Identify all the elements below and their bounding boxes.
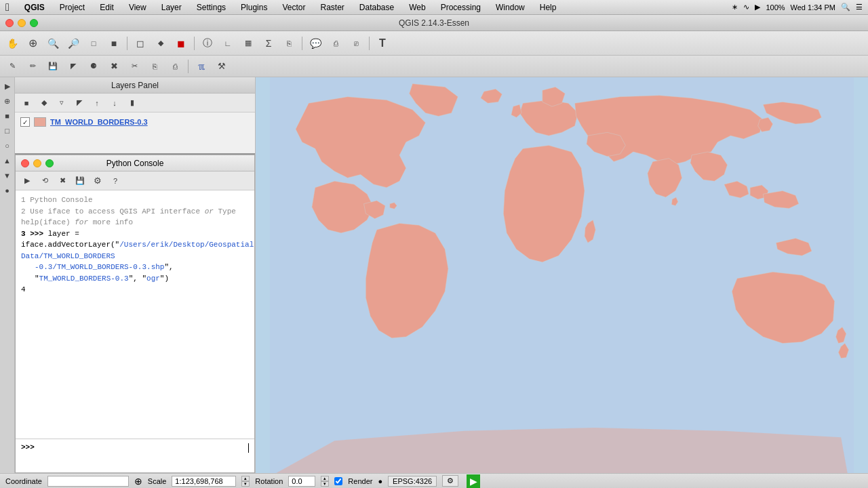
zoom-selection-button[interactable]: ■: [104, 34, 123, 53]
move-feature-button[interactable]: ◤: [64, 57, 83, 76]
rotation-down-btn[interactable]: ▾: [321, 481, 329, 487]
cut-feature-button[interactable]: ✂: [125, 57, 144, 76]
menu-plugins[interactable]: Plugins: [238, 3, 270, 12]
apple-menu[interactable]: : [5, 1, 9, 14]
sidebar-icon-panel: ▶ ⊕ ■ □ ○ ▲ ▼ ●: [0, 77, 15, 473]
rotation-up-btn[interactable]: ▴: [321, 476, 329, 481]
render-label[interactable]: Render: [348, 477, 372, 485]
rotation-spinner[interactable]: ▴ ▾: [321, 476, 329, 487]
menubar-icon[interactable]: ☰: [856, 3, 863, 12]
layer-item[interactable]: ✓ TM_WORLD_BORDERS-0.3: [15, 115, 255, 129]
menu-web[interactable]: Web: [406, 3, 428, 12]
sidebar-tool-4[interactable]: □: [1, 125, 14, 137]
node-tool-button[interactable]: ⚈: [84, 57, 103, 76]
zoom-in-button[interactable]: ⊕: [23, 34, 42, 53]
attribute-table-button[interactable]: ▦: [239, 34, 258, 53]
python-save-btn[interactable]: 💾: [73, 174, 87, 188]
draw-tool-button[interactable]: ✎: [3, 57, 22, 76]
rotation-input[interactable]: [288, 476, 315, 487]
render-checkbox[interactable]: [334, 477, 342, 485]
epsg-settings-button[interactable]: ⚙: [442, 475, 458, 487]
deselect-button[interactable]: ◼: [172, 34, 191, 53]
python-input-area[interactable]: >>>: [16, 439, 254, 472]
print-button[interactable]: ⎙: [326, 34, 345, 53]
search-icon[interactable]: 🔍: [841, 3, 850, 12]
python-console: Python Console ▶ ⟲ ✖ 💾 ⚙ ? 1 Python Cons…: [15, 155, 255, 473]
menu-layer[interactable]: Layer: [159, 3, 184, 12]
scale-down-btn[interactable]: ▾: [241, 481, 250, 487]
minimize-button[interactable]: [18, 19, 26, 27]
edit-tool-button[interactable]: ✏: [23, 57, 42, 76]
scale-up-btn[interactable]: ▴: [241, 476, 250, 481]
menu-view[interactable]: View: [126, 3, 149, 12]
menu-window[interactable]: Window: [493, 3, 528, 12]
python-minimize-button[interactable]: [33, 159, 41, 167]
plugin-tool-button[interactable]: ⚒: [212, 57, 231, 76]
save-map-button[interactable]: ⎚: [347, 34, 366, 53]
python-close-btn2[interactable]: ✖: [55, 174, 70, 188]
python-maximize-button[interactable]: [45, 159, 54, 167]
sidebar-tool-2[interactable]: ⊕: [1, 95, 14, 107]
save-layer-button[interactable]: 💾: [43, 57, 62, 76]
python-run-btn[interactable]: ▶: [20, 174, 35, 188]
zoom-full-button[interactable]: □: [84, 34, 103, 53]
layer-name[interactable]: TM_WORLD_BORDERS-0.3: [50, 118, 148, 126]
menu-edit[interactable]: Edit: [97, 3, 117, 12]
coordinate-input[interactable]: [47, 476, 129, 487]
select-feature-button[interactable]: ◆: [151, 34, 170, 53]
zoom-in-button2[interactable]: 🔍: [43, 34, 62, 53]
filter-layer-btn[interactable]: ▿: [54, 96, 69, 110]
menu-project[interactable]: Project: [57, 3, 87, 12]
sidebar-tool-6[interactable]: ▲: [1, 155, 14, 167]
layer-checkbox[interactable]: ✓: [20, 117, 30, 127]
scale-spinner[interactable]: ▴ ▾: [241, 476, 250, 487]
toolbar2-separator: [188, 60, 189, 73]
render-action-button[interactable]: ▶: [467, 474, 480, 488]
zoom-out-button[interactable]: 🔎: [64, 34, 83, 53]
delete-feature-button[interactable]: ✖: [104, 57, 123, 76]
python-help-btn[interactable]: ?: [108, 174, 123, 188]
python-input-field[interactable]: [37, 443, 248, 451]
menu-vector[interactable]: Vector: [279, 3, 308, 12]
sidebar-tool-7[interactable]: ▼: [1, 169, 14, 182]
volume-icon: ▶: [755, 3, 760, 12]
sidebar-tool-8[interactable]: ●: [1, 184, 14, 197]
battery-status: 100%: [766, 3, 785, 12]
annotation-button[interactable]: 💬: [306, 34, 325, 53]
menu-raster[interactable]: Raster: [317, 3, 347, 12]
remove-layer-btn[interactable]: ▮: [125, 96, 140, 110]
menu-database[interactable]: Database: [357, 3, 397, 12]
python-clear-btn[interactable]: ⟲: [37, 174, 52, 188]
statistics-button[interactable]: Σ: [259, 34, 278, 53]
add-layer-btn[interactable]: ■: [19, 96, 34, 110]
sidebar-tool-3[interactable]: ■: [1, 110, 14, 122]
layers-panel-header: Layers Panel: [15, 77, 255, 94]
measure-button[interactable]: ∟: [218, 34, 237, 53]
epsg-button[interactable]: EPSG:4326: [388, 476, 437, 487]
close-button[interactable]: [5, 19, 14, 27]
sidebar-tool-1[interactable]: ▶: [1, 80, 14, 92]
python-close-button[interactable]: [21, 159, 29, 167]
pan-tool-button[interactable]: ✋: [3, 34, 22, 53]
menu-processing[interactable]: Processing: [438, 3, 484, 12]
scale-input[interactable]: [172, 476, 236, 487]
move-layer-down-btn[interactable]: ↓: [107, 96, 122, 110]
calculator-button[interactable]: ⎘: [279, 34, 298, 53]
sidebar-tool-5[interactable]: ○: [1, 140, 14, 152]
copy-feature-button[interactable]: ⎘: [145, 57, 164, 76]
menu-qgis[interactable]: QGIS: [22, 3, 47, 12]
title-bar: QGIS 2.14.3-Essen: [0, 15, 868, 31]
python-button[interactable]: ℼ: [192, 57, 211, 76]
maximize-button[interactable]: [30, 19, 38, 27]
menu-help[interactable]: Help: [537, 3, 559, 12]
select-tool-button[interactable]: ◻: [131, 34, 150, 53]
identify-button[interactable]: ⓘ: [198, 34, 217, 53]
menu-settings[interactable]: Settings: [194, 3, 229, 12]
move-layer-up-btn[interactable]: ↑: [90, 96, 104, 110]
layer-tree-btn[interactable]: ◤: [72, 96, 87, 110]
text-tool-button[interactable]: T: [373, 34, 392, 53]
map-canvas-area[interactable]: [256, 77, 868, 473]
python-settings-btn[interactable]: ⚙: [90, 174, 105, 188]
layer-properties-btn[interactable]: ◆: [37, 96, 52, 110]
paste-feature-button[interactable]: ⎙: [165, 57, 184, 76]
